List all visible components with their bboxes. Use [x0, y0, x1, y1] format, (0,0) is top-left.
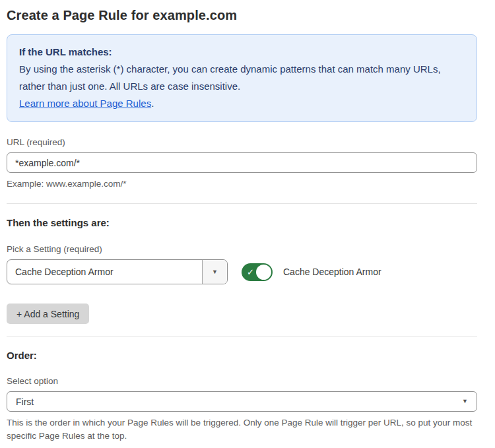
chevron-down-icon: ▼ [212, 269, 218, 275]
order-helper-text: This is the order in which your Page Rul… [7, 416, 477, 443]
url-match-info-box: If the URL matches: By using the asteris… [7, 34, 477, 122]
cache-deception-armor-toggle[interactable]: ✓ [242, 263, 273, 281]
setting-picker-label: Pick a Setting (required) [7, 244, 477, 254]
create-page-rule-form: Create a Page Rule for example.com If th… [7, 0, 477, 448]
url-field-helper: Example: www.example.com/* [7, 177, 477, 191]
setting-select-value: Cache Deception Armor [7, 260, 202, 284]
divider [7, 336, 477, 336]
toggle-knob [256, 265, 271, 280]
order-section-heading: Order: [7, 350, 477, 361]
order-select-label: Select option [7, 376, 477, 386]
url-input[interactable] [7, 152, 477, 173]
check-icon: ✓ [247, 267, 254, 277]
setting-row: Cache Deception Armor ▼ ✓ Cache Deceptio… [7, 259, 477, 284]
info-box-link-line: Learn more about Page Rules. [19, 95, 465, 112]
setting-select-arrow-button[interactable]: ▼ [202, 260, 227, 284]
url-field-label: URL (required) [7, 137, 477, 147]
chevron-down-icon: ▼ [462, 399, 468, 404]
settings-section-heading: Then the settings are: [7, 217, 477, 228]
info-box-body: By using the asterisk (*) character, you… [19, 61, 465, 95]
add-setting-button[interactable]: + Add a Setting [7, 304, 89, 324]
info-box-heading: If the URL matches: [19, 44, 465, 61]
setting-select[interactable]: Cache Deception Armor ▼ [7, 259, 228, 284]
page-title: Create a Page Rule for example.com [7, 8, 477, 23]
setting-toggle-wrap: ✓ Cache Deception Armor [242, 263, 381, 281]
divider [7, 203, 477, 204]
link-suffix: . [151, 98, 154, 109]
toggle-label: Cache Deception Armor [283, 267, 381, 277]
order-select-value: First [16, 397, 462, 407]
order-select[interactable]: First ▼ [7, 391, 477, 412]
learn-more-link[interactable]: Learn more about Page Rules [19, 98, 151, 109]
